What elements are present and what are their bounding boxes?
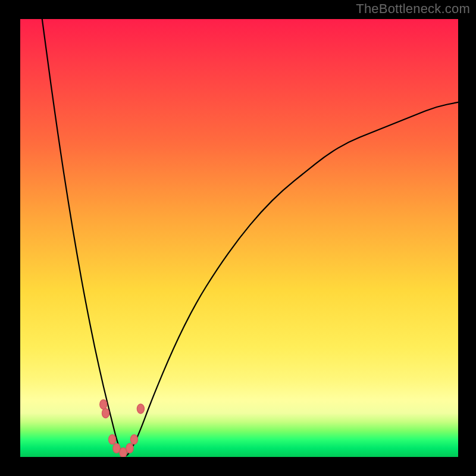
trough-marker: [113, 443, 120, 453]
bottleneck-curve-svg: [20, 19, 458, 457]
trough-marker: [137, 404, 144, 414]
chart-frame: TheBottleneck.com: [0, 0, 476, 476]
trough-marker: [100, 400, 107, 409]
trough-marker: [102, 408, 109, 418]
plot-area: [20, 19, 458, 457]
trough-marker: [109, 435, 116, 444]
trough-marker: [126, 443, 133, 453]
trough-marker: [130, 435, 137, 444]
trough-markers: [100, 400, 145, 457]
bottleneck-curve: [42, 19, 458, 456]
watermark-text: TheBottleneck.com: [356, 1, 470, 17]
trough-marker: [120, 448, 127, 457]
